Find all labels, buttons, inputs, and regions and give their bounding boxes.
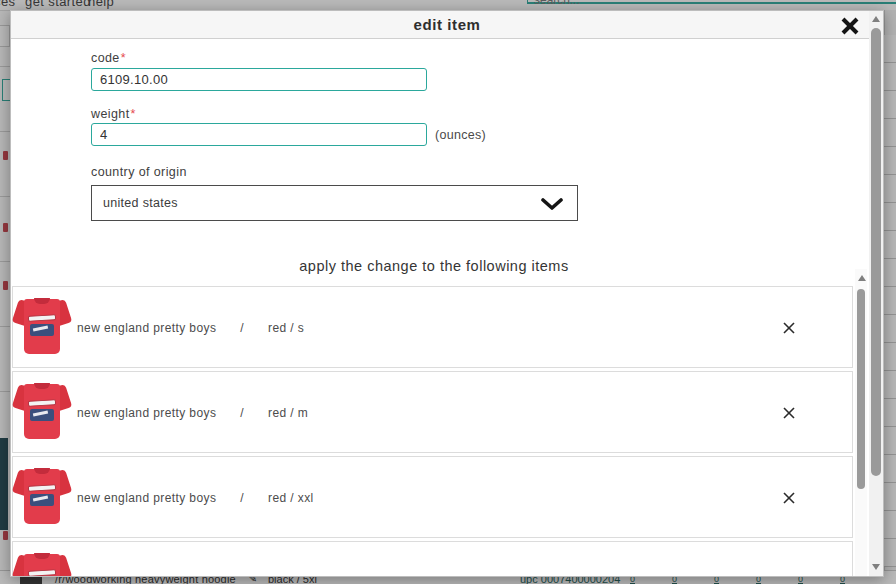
item-separator: / <box>240 406 244 420</box>
scrollbar-thumb[interactable] <box>857 289 865 489</box>
remove-item-icon[interactable] <box>781 490 797 506</box>
item-name: new england pretty boys <box>77 491 216 505</box>
item-text: new england pretty boys / red / s <box>77 287 304 369</box>
item-name: new england pretty boys <box>77 406 216 420</box>
required-asterisk: * <box>121 51 126 65</box>
tshirt-logo-patch <box>30 494 54 506</box>
product-image <box>17 466 67 528</box>
modal-header: edit item <box>11 11 883 39</box>
product-image <box>17 551 67 577</box>
items-list-scrollbar[interactable] <box>855 269 867 577</box>
required-asterisk: * <box>131 107 136 121</box>
item-text: new england pretty boys / red / m <box>77 372 308 454</box>
item-name: new england pretty boys <box>77 321 216 335</box>
country-select-value: united states <box>103 186 178 220</box>
chevron-down-icon <box>541 197 563 210</box>
remove-item-icon[interactable] <box>781 575 797 577</box>
modal-scrollbar[interactable] <box>869 11 883 577</box>
item-row: new england pretty boys / red / s <box>12 286 853 368</box>
close-icon[interactable] <box>839 15 861 37</box>
item-row: new england pretty boys / red / xxl <box>12 456 853 538</box>
product-image <box>17 381 67 443</box>
scroll-up-icon[interactable] <box>872 16 880 22</box>
weight-label: weight* <box>91 107 136 121</box>
item-separator: / <box>240 576 244 577</box>
tshirt-logo-patch <box>30 324 54 336</box>
edit-item-modal: edit item code* weight* (ounces) country… <box>10 10 884 577</box>
viewport: ces get started help <box>0 0 896 584</box>
item-row: new england pretty boys / <box>12 541 853 577</box>
item-text: new england pretty boys / red / xxl <box>77 457 314 539</box>
item-variant: red / xxl <box>268 491 314 505</box>
item-text: new england pretty boys / <box>77 542 268 577</box>
product-image <box>17 296 67 358</box>
item-name: new england pretty boys <box>77 576 216 577</box>
weight-units-label: (ounces) <box>435 128 486 142</box>
country-select[interactable]: united states <box>91 185 578 221</box>
remove-item-icon[interactable] <box>781 320 797 336</box>
item-separator: / <box>240 491 244 505</box>
item-separator: / <box>240 321 244 335</box>
modal-title: edit item <box>11 11 883 39</box>
weight-input[interactable] <box>91 123 427 146</box>
items-heading: apply the change to the following items <box>11 258 857 274</box>
items-list: new england pretty boys / red / s <box>12 286 853 577</box>
item-row: new england pretty boys / red / m <box>12 371 853 453</box>
scroll-up-icon[interactable] <box>858 275 866 281</box>
item-variant: red / s <box>268 321 304 335</box>
scroll-down-icon[interactable] <box>872 564 880 570</box>
item-variant: red / m <box>268 406 308 420</box>
country-label: country of origin <box>91 165 187 179</box>
code-label: code* <box>91 51 126 65</box>
tshirt-logo-patch <box>30 409 54 421</box>
remove-item-icon[interactable] <box>781 405 797 421</box>
scrollbar-thumb[interactable] <box>871 28 881 476</box>
code-input[interactable] <box>91 68 427 91</box>
